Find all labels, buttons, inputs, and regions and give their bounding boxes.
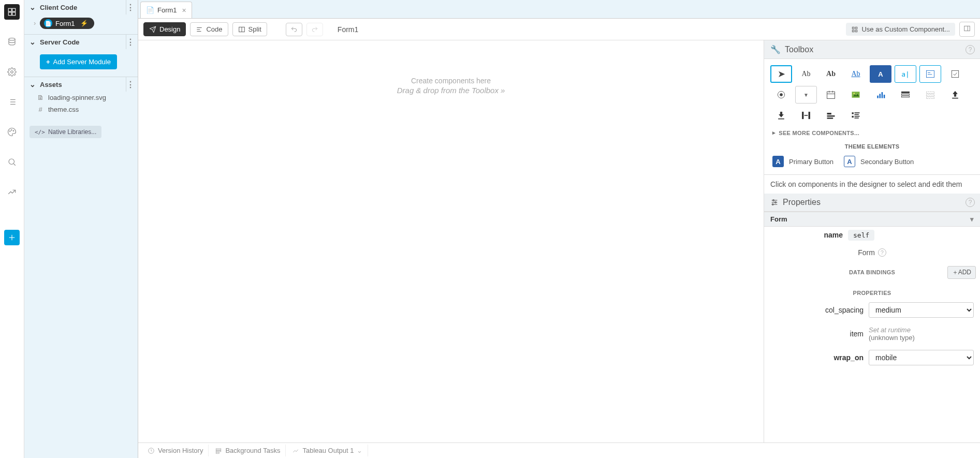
rows-icon bbox=[925, 90, 935, 100]
svg-line-16 bbox=[13, 164, 15, 165]
toolbox-download[interactable] bbox=[770, 107, 792, 124]
svg-rect-33 bbox=[952, 70, 958, 77]
properties-header: Properties ? bbox=[764, 194, 980, 212]
right-panel: 🔧 Toolbox ? ➤ Ab Ab Ab A a| ▼ bbox=[764, 40, 980, 442]
file-icon: 🗎 bbox=[37, 94, 44, 101]
toolbox-datepicker[interactable] bbox=[820, 86, 842, 104]
double-chevron-icon: » bbox=[501, 86, 505, 95]
tab-bar: 📄 Form1 × bbox=[138, 0, 980, 19]
chevron-down-icon: ⌄ bbox=[30, 3, 36, 11]
prop-col-spacing-label: col_spacing bbox=[770, 306, 864, 314]
server-code-header[interactable]: ⌄ Server Code ⋮ bbox=[24, 35, 138, 49]
toolbox-plot[interactable] bbox=[870, 86, 891, 104]
rail-settings-icon[interactable] bbox=[4, 64, 20, 80]
toolbox-button[interactable]: A bbox=[870, 65, 891, 83]
tab-form1[interactable]: 📄 Form1 × bbox=[140, 2, 192, 18]
icon-rail bbox=[0, 0, 24, 458]
code-button[interactable]: Code bbox=[190, 22, 228, 36]
toolbox-link[interactable]: Ab bbox=[845, 65, 867, 83]
custom-component-label: Use as Custom Component... bbox=[861, 25, 950, 33]
properties-section-form[interactable]: Form ▾ bbox=[764, 212, 980, 227]
plus-icon: + bbox=[46, 58, 50, 66]
split-button[interactable]: Split bbox=[232, 22, 267, 36]
theme-elements-header: THEME ELEMENTS bbox=[764, 141, 980, 152]
toolbox-card[interactable] bbox=[820, 107, 842, 124]
tasks-icon bbox=[215, 447, 222, 454]
toolbox-radio[interactable] bbox=[770, 86, 792, 104]
status-tableau-output[interactable]: Tableau Output 1 ⌄ bbox=[287, 445, 368, 456]
toolbox-spacer[interactable] bbox=[795, 107, 817, 124]
toolbox-richtext[interactable] bbox=[845, 107, 867, 124]
prop-name-value[interactable]: self bbox=[848, 230, 874, 241]
assets-header[interactable]: ⌄ Assets ⋮ bbox=[24, 77, 138, 92]
toolbox-label-bold[interactable]: Ab bbox=[820, 65, 842, 83]
toolbox-dropdown[interactable]: ▼ bbox=[795, 86, 817, 104]
prop-wrap-on-select[interactable]: mobile bbox=[869, 350, 974, 365]
toolbox-pointer[interactable]: ➤ bbox=[770, 65, 792, 83]
add-server-module-button[interactable]: + Add Server Module bbox=[40, 54, 117, 69]
rail-database-icon[interactable] bbox=[4, 34, 20, 50]
data-bindings-header: DATA BINDINGS ＋ADD bbox=[764, 262, 980, 277]
toolbox-header: 🔧 Toolbox ? bbox=[764, 40, 980, 59]
chevron-down-icon[interactable]: ⌄ bbox=[357, 447, 362, 454]
prop-item-hint2: (unknown type) bbox=[869, 334, 974, 342]
theme-secondary-button[interactable]: A Secondary Button bbox=[844, 156, 914, 167]
client-code-label: Client Code bbox=[40, 4, 77, 11]
native-libraries-button[interactable]: </> Native Libraries... bbox=[30, 126, 101, 138]
toggle-panel-button[interactable] bbox=[959, 22, 975, 37]
theme-primary-button[interactable]: A Primary Button bbox=[772, 156, 833, 167]
status-version-history[interactable]: Version History bbox=[142, 445, 209, 456]
svg-point-35 bbox=[780, 94, 783, 96]
status-background-tasks[interactable]: Background Tasks bbox=[210, 445, 286, 456]
svg-rect-3 bbox=[12, 12, 16, 16]
redo-icon bbox=[311, 26, 318, 33]
rail-list-icon[interactable] bbox=[4, 94, 20, 110]
svg-rect-25 bbox=[856, 27, 858, 29]
assets-menu-icon[interactable]: ⋮ bbox=[126, 80, 135, 90]
asset-item[interactable]: 🗎 loading-spinner.svg bbox=[24, 92, 138, 104]
design-canvas[interactable]: Create components here Drag & drop from … bbox=[138, 40, 764, 442]
rail-search-icon[interactable] bbox=[4, 154, 20, 170]
rail-theme-icon[interactable] bbox=[4, 124, 20, 140]
svg-rect-65 bbox=[855, 116, 860, 117]
undo-button[interactable] bbox=[286, 23, 302, 36]
richtext-icon bbox=[851, 110, 861, 121]
svg-rect-48 bbox=[902, 94, 910, 95]
svg-rect-26 bbox=[853, 30, 855, 32]
design-button[interactable]: Design bbox=[143, 22, 186, 36]
use-as-custom-component-button[interactable]: Use as Custom Component... bbox=[846, 23, 955, 36]
svg-rect-50 bbox=[927, 92, 934, 93]
prop-item-label: item bbox=[770, 330, 864, 338]
toolbox-checkbox[interactable] bbox=[944, 65, 966, 83]
client-code-header[interactable]: ⌄ Client Code ⋮ bbox=[24, 0, 138, 14]
toolbox-textarea[interactable] bbox=[919, 65, 941, 83]
toolbox-datagrid[interactable] bbox=[895, 86, 916, 104]
redo-button[interactable] bbox=[306, 23, 323, 36]
toolbox-label[interactable]: Ab bbox=[795, 65, 817, 83]
add-server-module-label: Add Server Module bbox=[53, 58, 111, 66]
asset-item[interactable]: # theme.css bbox=[24, 104, 138, 115]
prop-col-spacing-select[interactable]: medium bbox=[869, 302, 974, 318]
caret-down-icon: ▼ bbox=[803, 92, 809, 98]
rail-add-icon[interactable] bbox=[4, 230, 20, 245]
see-more-components[interactable]: ▸ SEE MORE COMPONENTS... bbox=[764, 126, 980, 141]
form-node[interactable]: 📄 Form1 ⚡ bbox=[40, 18, 94, 29]
rail-app-icon[interactable] bbox=[4, 4, 20, 20]
toolbox-repeating[interactable] bbox=[919, 86, 941, 104]
help-icon[interactable]: ? bbox=[966, 198, 975, 207]
help-icon[interactable]: ? bbox=[878, 248, 886, 257]
cursor-send-icon bbox=[149, 26, 156, 33]
radio-icon bbox=[776, 90, 786, 100]
toolbox-image[interactable] bbox=[845, 86, 867, 104]
rail-chart-icon[interactable] bbox=[4, 184, 20, 200]
client-code-menu-icon[interactable]: ⋮ bbox=[126, 3, 135, 12]
server-code-menu-icon[interactable]: ⋮ bbox=[126, 37, 135, 47]
help-icon[interactable]: ? bbox=[966, 45, 975, 54]
close-icon[interactable]: × bbox=[182, 6, 186, 14]
chevron-right-icon[interactable]: › bbox=[34, 19, 36, 27]
svg-rect-24 bbox=[853, 27, 855, 29]
columns-icon bbox=[238, 26, 245, 33]
caret-down-icon: ▾ bbox=[970, 215, 974, 223]
toolbox-textbox[interactable]: a| bbox=[895, 65, 916, 83]
toolbox-upload[interactable] bbox=[944, 86, 966, 104]
